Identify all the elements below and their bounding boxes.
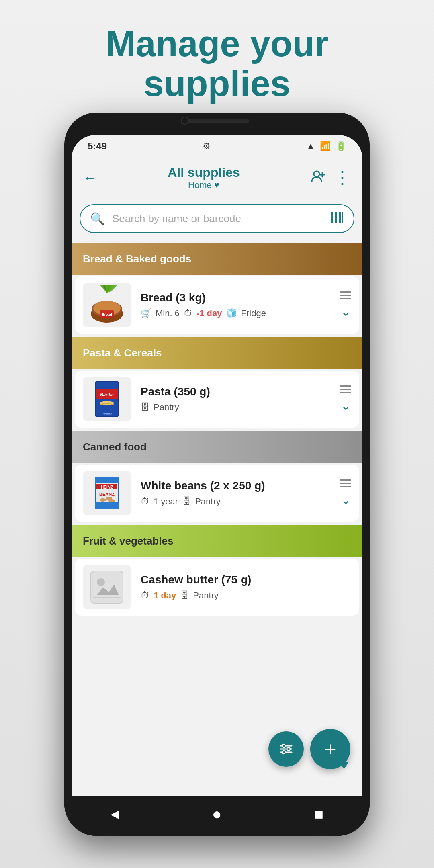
nav-recent-button[interactable]: ◼ [314, 807, 323, 821]
phone-screen: 5:49 ⚙ ▲ 📶 🔋 ← All supplies Home ♥ [72, 135, 362, 813]
product-bread[interactable]: Bread Bread (3 kg) 🛒 Min. 6 ⏱ -1 day 🧊 F… [75, 276, 359, 334]
beans-expand-button[interactable]: ⌄ [341, 493, 351, 507]
svg-point-33 [287, 747, 290, 751]
settings-icon: ⚙ [203, 141, 211, 151]
search-icon: 🔍 [90, 212, 105, 226]
pasta-image: Barilla Penne [83, 377, 131, 421]
beans-meta: ⏱ 1 year 🗄 Pantry [141, 496, 340, 507]
bread-expiry: -1 day [197, 308, 222, 319]
pasta-info: Pasta (350 g) 🗄 Pantry [131, 385, 340, 413]
fab-area: + [268, 729, 350, 769]
svg-point-24 [100, 498, 106, 502]
search-bar[interactable]: 🔍 Search by name or barcode [80, 204, 354, 233]
svg-rect-2 [334, 212, 334, 223]
cashew-expiry: 1 day [154, 590, 176, 601]
cashew-location: Pantry [193, 590, 219, 601]
svg-point-0 [314, 171, 319, 177]
signal-icon: 📶 [320, 141, 331, 151]
svg-rect-18 [95, 477, 119, 483]
beans-name: White beans (2 x 250 g) [141, 479, 340, 492]
nav-back-button[interactable]: ◀ [111, 807, 119, 821]
pasta-location: Pantry [154, 402, 179, 413]
more-options-button[interactable]: ⋮ [334, 169, 351, 186]
beans-pantry-icon: 🗄 [182, 496, 191, 507]
bread-info: Bread (3 kg) 🛒 Min. 6 ⏱ -1 day 🧊 Fridge [131, 291, 340, 319]
beans-location: Pantry [195, 496, 221, 507]
svg-text:Barilla: Barilla [100, 392, 114, 397]
svg-rect-19 [95, 502, 119, 509]
add-icon: + [324, 739, 336, 759]
cart-icon: 🛒 [141, 308, 151, 319]
app-subtitle: Home ♥ [168, 180, 240, 190]
app-header: ← All supplies Home ♥ ⋮ [72, 158, 362, 198]
pasta-expand-button[interactable]: ⌄ [341, 399, 351, 413]
battery-icon: 🔋 [336, 141, 346, 151]
svg-rect-5 [339, 212, 341, 223]
bread-menu-button[interactable] [340, 291, 351, 299]
category-bread: Bread & Baked goods [72, 243, 362, 275]
svg-rect-3 [335, 212, 337, 223]
bottom-spacer [72, 617, 362, 665]
cashew-image [83, 565, 131, 609]
fab-tail [339, 762, 349, 769]
svg-point-34 [282, 751, 285, 754]
cashew-name: Cashew butter (75 g) [141, 573, 351, 586]
svg-text:Bread: Bread [102, 313, 112, 317]
pasta-name: Pasta (350 g) [141, 385, 340, 398]
filter-fab-button[interactable] [268, 731, 304, 767]
wifi-icon: ▲ [306, 141, 315, 151]
category-fruit-label: Fruit & vegetables [83, 535, 173, 547]
cashew-pantry-icon: 🗄 [180, 590, 189, 601]
product-cashew[interactable]: Cashew butter (75 g) ⏱ 1 day 🗄 Pantry [75, 559, 359, 616]
category-bread-label: Bread & Baked goods [83, 253, 191, 265]
barcode-icon[interactable] [330, 211, 344, 227]
speaker-bar [185, 119, 249, 123]
svg-text:BEANZ: BEANZ [99, 492, 115, 497]
svg-point-32 [282, 744, 285, 747]
content-scroll[interactable]: Bread & Baked goods [72, 240, 362, 813]
category-pasta-label: Pasta & Cereals [83, 347, 162, 359]
pasta-pantry-icon: 🗄 [141, 402, 149, 413]
svg-point-26 [108, 499, 115, 502]
pasta-meta: 🗄 Pantry [141, 402, 340, 413]
cashew-info: Cashew butter (75 g) ⏱ 1 day 🗄 Pantry [131, 573, 351, 601]
category-canned-label: Canned food [83, 441, 147, 453]
bread-location: Fridge [241, 308, 266, 319]
bread-fridge-icon: 🧊 [226, 308, 237, 319]
beans-expiry-icon: ⏱ [141, 496, 149, 507]
svg-rect-4 [338, 212, 338, 223]
hero-title: Manage your supplies [0, 24, 434, 104]
beans-image: HEINZ BEANZ [83, 471, 131, 515]
bread-name: Bread (3 kg) [141, 291, 340, 304]
bread-expand-button[interactable]: ⌄ [341, 305, 351, 319]
bread-min: Min. 6 [156, 308, 180, 319]
svg-text:HEINZ: HEINZ [101, 485, 113, 489]
category-fruit: Fruit & vegetables [72, 525, 362, 557]
beans-expiry: 1 year [154, 496, 178, 507]
product-pasta[interactable]: Barilla Penne Pasta (350 g) 🗄 Pantry [75, 371, 359, 428]
app-title: All supplies [168, 165, 240, 180]
bread-image: Bread [83, 283, 131, 327]
bread-expiry-icon: ⏱ [184, 308, 192, 319]
cashew-meta: ⏱ 1 day 🗄 Pantry [141, 590, 351, 601]
search-input[interactable]: Search by name or barcode [112, 213, 323, 225]
bread-actions: ⌄ [340, 291, 351, 319]
svg-rect-1 [331, 212, 333, 223]
phone-shell: 5:49 ⚙ ▲ 📶 🔋 ← All supplies Home ♥ [64, 113, 370, 836]
status-bar: 5:49 ⚙ ▲ 📶 🔋 [72, 135, 362, 158]
front-camera [181, 117, 189, 125]
add-user-button[interactable] [311, 169, 326, 186]
svg-rect-27 [91, 571, 123, 603]
nav-home-button[interactable]: ● [212, 805, 221, 823]
beans-actions: ⌄ [340, 479, 351, 507]
svg-text:Penne: Penne [102, 412, 112, 416]
back-button[interactable]: ← [83, 170, 96, 186]
pasta-menu-button[interactable] [340, 385, 351, 393]
svg-point-28 [97, 578, 105, 586]
pasta-actions: ⌄ [340, 385, 351, 413]
category-canned: Canned food [72, 431, 362, 463]
category-pasta: Pasta & Cereals [72, 337, 362, 369]
beans-menu-button[interactable] [340, 479, 351, 487]
product-beans[interactable]: HEINZ BEANZ White beans (2 x 250 g) ⏱ 1 … [75, 465, 359, 522]
bread-meta: 🛒 Min. 6 ⏱ -1 day 🧊 Fridge [141, 308, 340, 319]
